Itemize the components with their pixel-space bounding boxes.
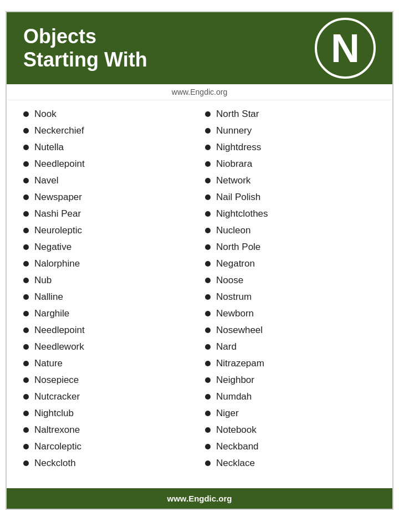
- list-item: Nosewheel: [205, 322, 376, 339]
- bullet-icon: [23, 444, 29, 449]
- list-item: Narghile: [23, 305, 194, 322]
- item-label: Notebook: [216, 424, 257, 436]
- bullet-icon: [23, 311, 29, 316]
- bullet-icon: [23, 211, 29, 217]
- columns: NookNeckerchiefNutellaNeedlepointNavelNe…: [18, 106, 381, 472]
- item-label: Neuroleptic: [34, 225, 82, 236]
- bullet-icon: [205, 461, 211, 466]
- item-label: Niobrara: [216, 158, 252, 170]
- list-item: Nightclothes: [205, 206, 376, 222]
- bullet-icon: [23, 161, 29, 167]
- item-label: Needlepoint: [34, 158, 85, 170]
- list-item: Noose: [205, 272, 376, 289]
- bullet-icon: [23, 261, 29, 267]
- list-item: North Star: [205, 106, 376, 122]
- item-label: Nub: [34, 275, 52, 286]
- bullet-icon: [205, 228, 211, 233]
- bullet-icon: [205, 211, 211, 217]
- item-label: Network: [216, 175, 250, 186]
- list-item: Nail Polish: [205, 189, 376, 206]
- list-item: Neckband: [205, 438, 376, 455]
- page-container: Objects Starting With N www.Engdic.org N…: [6, 11, 393, 510]
- list-item: Neckerchief: [23, 122, 194, 139]
- list-item: Nalorphine: [23, 255, 194, 272]
- item-label: Narcoleptic: [34, 441, 81, 452]
- list-item: Network: [205, 172, 376, 189]
- item-label: Nail Polish: [216, 192, 260, 203]
- bullet-icon: [205, 361, 211, 366]
- item-label: Needlework: [34, 341, 84, 352]
- bullet-icon: [23, 278, 29, 283]
- content: NookNeckerchiefNutellaNeedlepointNavelNe…: [7, 100, 392, 483]
- bullet-icon: [205, 128, 211, 134]
- item-label: Nunnery: [216, 125, 252, 136]
- item-label: Neckband: [216, 441, 259, 452]
- list-item: Nature: [23, 355, 194, 372]
- list-item: Neuroleptic: [23, 222, 194, 239]
- bullet-icon: [23, 361, 29, 366]
- item-label: Nalline: [34, 291, 63, 303]
- bullet-icon: [205, 278, 211, 283]
- item-label: Nalorphine: [34, 258, 80, 269]
- bullet-icon: [205, 377, 211, 383]
- bullet-icon: [23, 244, 29, 250]
- bullet-icon: [205, 344, 211, 350]
- list-item: Nucleon: [205, 222, 376, 239]
- left-column: NookNeckerchiefNutellaNeedlepointNavelNe…: [18, 106, 200, 472]
- list-item: Needlepoint: [23, 322, 194, 339]
- item-label: Nook: [34, 109, 57, 120]
- item-label: Nosewheel: [216, 325, 263, 336]
- item-label: Nutcracker: [34, 391, 80, 402]
- list-item: Nitrazepam: [205, 355, 376, 372]
- list-item: Newspaper: [23, 189, 194, 206]
- item-label: Noose: [216, 275, 243, 286]
- bullet-icon: [205, 328, 211, 333]
- list-item: Nightdress: [205, 139, 376, 156]
- bullet-icon: [205, 261, 211, 267]
- item-label: Nitrazepam: [216, 358, 264, 369]
- item-label: Newspaper: [34, 192, 82, 203]
- list-item: Nashi Pear: [23, 206, 194, 222]
- item-label: Nard: [216, 341, 237, 352]
- item-label: Newborn: [216, 308, 254, 319]
- bullet-icon: [205, 178, 211, 183]
- list-item: Needlework: [23, 339, 194, 355]
- bullet-icon: [23, 178, 29, 183]
- item-label: Nightdress: [216, 142, 261, 153]
- item-label: Negative: [34, 242, 71, 253]
- list-item: Nosepiece: [23, 372, 194, 388]
- list-item: Newborn: [205, 305, 376, 322]
- list-item: Nutcracker: [23, 388, 194, 405]
- list-item: Neckcloth: [23, 455, 194, 472]
- item-label: Nostrum: [216, 291, 252, 303]
- bullet-icon: [23, 195, 29, 200]
- list-item: Niger: [205, 405, 376, 422]
- bullet-icon: [23, 328, 29, 333]
- list-item: Naltrexone: [23, 422, 194, 438]
- bullet-icon: [205, 444, 211, 449]
- list-item: Nostrum: [205, 289, 376, 305]
- list-item: Necklace: [205, 455, 376, 472]
- bullet-icon: [23, 228, 29, 233]
- item-label: North Pole: [216, 242, 260, 253]
- list-item: Needlepoint: [23, 156, 194, 172]
- header: Objects Starting With N: [7, 12, 392, 84]
- bullet-icon: [205, 411, 211, 416]
- list-item: Nightclub: [23, 405, 194, 422]
- item-label: Numdah: [216, 391, 252, 402]
- item-label: Neighbor: [216, 375, 254, 386]
- bullet-icon: [205, 111, 211, 117]
- bullet-icon: [205, 161, 211, 167]
- list-item: Numdah: [205, 388, 376, 405]
- bullet-icon: [23, 111, 29, 117]
- item-label: Needlepoint: [34, 325, 85, 336]
- item-label: Negatron: [216, 258, 255, 269]
- list-item: Niobrara: [205, 156, 376, 172]
- bullet-icon: [205, 394, 211, 400]
- list-item: Nutella: [23, 139, 194, 156]
- list-item: Negative: [23, 239, 194, 255]
- bullet-icon: [23, 344, 29, 350]
- bullet-icon: [23, 145, 29, 150]
- list-item: Negatron: [205, 255, 376, 272]
- bullet-icon: [23, 128, 29, 134]
